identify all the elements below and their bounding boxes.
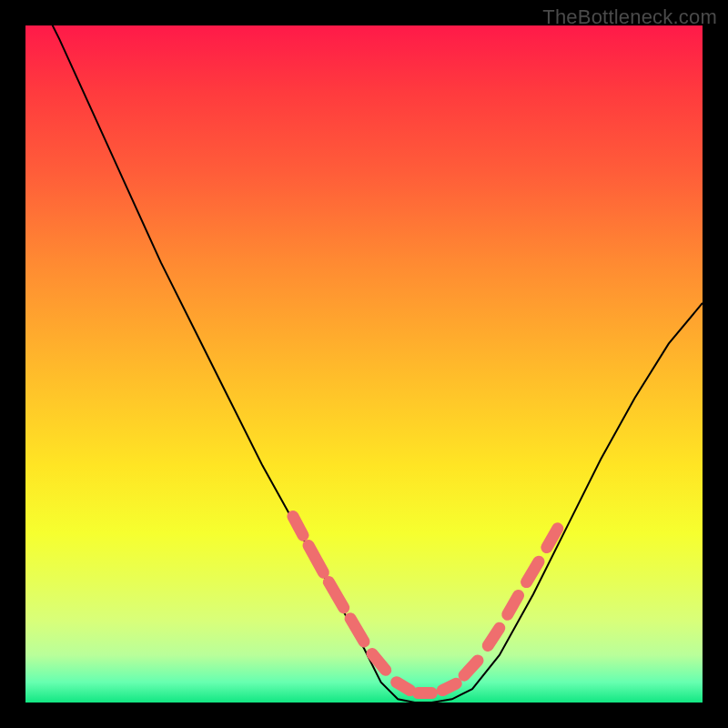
chart-svg bbox=[25, 25, 703, 703]
highlight-dash bbox=[308, 545, 323, 572]
highlight-dash bbox=[442, 683, 456, 690]
chart-frame: TheBottleneck.com bbox=[0, 0, 728, 728]
highlight-dash bbox=[350, 619, 364, 642]
curve-line bbox=[25, 25, 703, 703]
highlight-dash bbox=[397, 682, 410, 691]
highlight-dash bbox=[508, 595, 519, 614]
watermark-text: TheBottleneck.com bbox=[542, 5, 717, 29]
highlight-dash bbox=[488, 628, 500, 645]
highlight-dashes bbox=[293, 516, 558, 693]
highlight-dash bbox=[329, 582, 343, 608]
chart-plot-area bbox=[25, 25, 703, 703]
highlight-dash bbox=[293, 516, 303, 535]
highlight-dash bbox=[547, 529, 558, 548]
curve-path bbox=[25, 25, 703, 703]
highlight-dash bbox=[464, 661, 478, 675]
highlight-dash bbox=[527, 561, 539, 581]
